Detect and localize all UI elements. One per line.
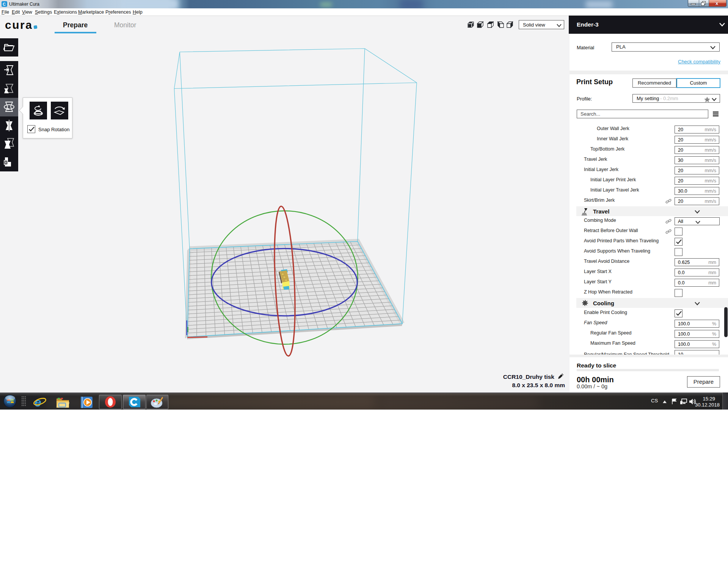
svg-text:e: e	[35, 396, 41, 409]
